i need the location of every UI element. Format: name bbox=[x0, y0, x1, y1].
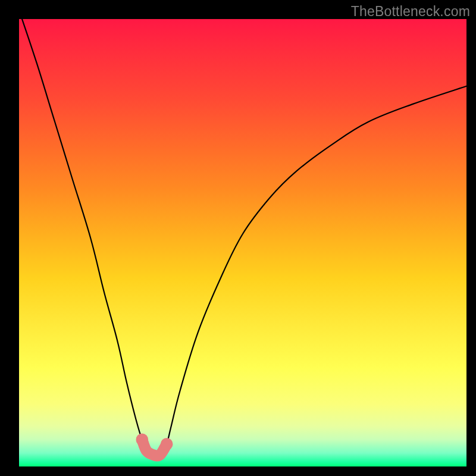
optimal-highlight bbox=[136, 434, 173, 456]
plot-area bbox=[19, 19, 466, 466]
optimal-endpoint bbox=[161, 438, 173, 450]
optimal-endpoint bbox=[136, 434, 149, 446]
chart-frame: TheBottleneck.com bbox=[0, 0, 476, 476]
curve-layer bbox=[19, 19, 466, 466]
bottleneck-curve bbox=[19, 10, 466, 455]
attribution-watermark: TheBottleneck.com bbox=[351, 4, 470, 20]
